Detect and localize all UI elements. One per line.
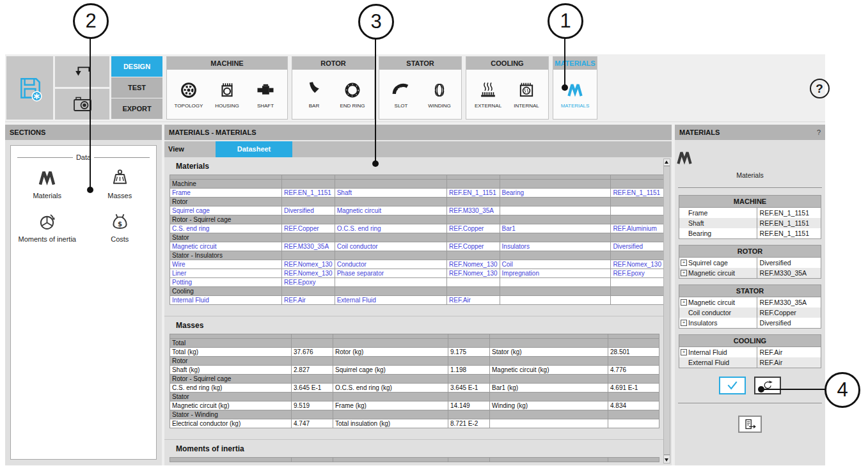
ribbon-button-winding[interactable]: WINDING bbox=[421, 81, 458, 109]
table-row: Cooling bbox=[170, 287, 664, 296]
expand-icon[interactable]: + bbox=[681, 349, 687, 355]
cell-value[interactable]: REF.Epoxy bbox=[611, 269, 664, 278]
tab-export[interactable]: EXPORT bbox=[111, 98, 162, 119]
cell-label[interactable]: Bar1 bbox=[500, 224, 611, 233]
cell-value[interactable]: REF.Copper bbox=[446, 224, 500, 233]
panel-table-title: STATOR bbox=[679, 285, 821, 297]
cell-label[interactable]: Insulators bbox=[500, 242, 611, 251]
materials-panel-header: MATERIALS ? bbox=[675, 125, 825, 140]
ribbon-button-bar[interactable]: BAR bbox=[296, 81, 333, 109]
snapshot-button[interactable] bbox=[55, 89, 109, 120]
ribbon-button-end-ring[interactable]: END RING bbox=[334, 81, 371, 109]
tab-design[interactable]: DESIGN bbox=[111, 56, 162, 77]
tab-datasheet[interactable]: Datasheet bbox=[216, 141, 292, 157]
ribbon-button-internal[interactable]: INTERNAL bbox=[508, 81, 545, 109]
ribbon-button-housing[interactable]: HOUSING bbox=[209, 81, 246, 109]
restore-button[interactable] bbox=[754, 377, 781, 394]
table-row: PottingREF.Epoxy bbox=[170, 278, 664, 287]
cell-value[interactable]: REF.Nomex_130 bbox=[611, 260, 664, 269]
panel-row-value: REF.EN_1_1151 bbox=[757, 218, 821, 228]
inertia-icon bbox=[36, 211, 58, 232]
callout-2: 2 bbox=[73, 3, 109, 39]
scrollbar[interactable] bbox=[663, 159, 670, 463]
cell-value[interactable]: REF.Aluminium bbox=[611, 224, 664, 233]
apply-button[interactable] bbox=[719, 377, 746, 394]
cell-value[interactable]: REF.Air bbox=[282, 296, 335, 305]
cell-label[interactable]: Squirrel cage bbox=[170, 206, 282, 215]
save-icon bbox=[17, 75, 43, 102]
sections-item-moments-of-inertia[interactable]: Moments of inertia bbox=[13, 211, 81, 243]
panel-row-external-fluid: External FluidREF.Air bbox=[679, 357, 821, 368]
cell-value[interactable]: REF.M330_35A bbox=[446, 206, 500, 215]
cell-label[interactable]: Wire bbox=[170, 260, 282, 269]
sections-item-masses[interactable]: Masses bbox=[86, 167, 154, 199]
undo-button[interactable] bbox=[55, 56, 109, 87]
cell-value[interactable]: Diversified bbox=[611, 242, 664, 251]
cell-label[interactable]: O.C.S. end ring bbox=[335, 224, 446, 233]
callout-dot-4 bbox=[758, 386, 764, 393]
ribbon-button-external[interactable]: EXTERNAL bbox=[470, 81, 507, 109]
cell-value[interactable]: REF.Copper bbox=[282, 224, 335, 233]
panel-help-icon[interactable]: ? bbox=[817, 125, 821, 140]
cell-label[interactable]: Conductor bbox=[335, 260, 446, 269]
export-button[interactable] bbox=[738, 416, 762, 433]
cell-label[interactable]: Internal Fluid bbox=[170, 296, 282, 305]
cell-value[interactable]: REF.Nomex_130 bbox=[282, 269, 335, 278]
scroll-down-arrow[interactable] bbox=[665, 458, 668, 462]
slot-icon bbox=[391, 81, 411, 100]
scroll-up-arrow[interactable] bbox=[665, 160, 668, 164]
ribbon-button-shaft[interactable]: SHAFT bbox=[247, 81, 284, 109]
cell-label[interactable]: Magnetic circuit bbox=[335, 206, 446, 215]
callout-line-3 bbox=[375, 39, 376, 164]
help-button[interactable]: ? bbox=[809, 77, 830, 99]
cell-value[interactable]: REF.Nomex_130 bbox=[446, 269, 500, 278]
cell-value[interactable]: REF.EN_1_1151 bbox=[446, 189, 500, 198]
cell-label[interactable]: Liner bbox=[170, 269, 282, 278]
sections-item-materials[interactable]: Materials bbox=[13, 167, 81, 199]
sections-item-costs[interactable]: $Costs bbox=[86, 211, 154, 243]
panel-row-label: Internal Fluid bbox=[688, 348, 727, 356]
cell-label[interactable]: Impregnation bbox=[500, 269, 611, 278]
ribbon-group-title: ROTOR bbox=[292, 57, 374, 70]
cell-value[interactable]: REF.EN_1_1151 bbox=[611, 189, 664, 198]
tab-view[interactable]: View bbox=[164, 141, 216, 157]
cell-value[interactable]: REF.Epoxy bbox=[282, 278, 335, 287]
save-button[interactable] bbox=[6, 56, 53, 120]
cell-label: Stator (kg) bbox=[490, 348, 608, 357]
cell-label: Magnetic circuit (kg) bbox=[490, 366, 608, 375]
ribbon-group-stator: STATORSLOTWINDING bbox=[379, 56, 462, 120]
expand-icon[interactable]: + bbox=[681, 299, 687, 306]
cell-value[interactable]: REF.Nomex_130 bbox=[282, 260, 335, 269]
cell-label[interactable]: Frame bbox=[170, 189, 282, 198]
tab-test[interactable]: TEST bbox=[111, 77, 162, 98]
cell-value[interactable]: REF.EN_1_1151 bbox=[282, 189, 335, 198]
expand-icon[interactable]: + bbox=[681, 260, 687, 266]
ribbon-button-materials[interactable]: MATERIALS bbox=[556, 81, 594, 109]
sections-panel: SECTIONS Data MaterialsMassesMoments of … bbox=[5, 125, 162, 465]
cell-value: 37.676 bbox=[292, 348, 333, 357]
cell-label[interactable]: Coil conductor bbox=[335, 242, 446, 251]
cell-label[interactable]: Coil bbox=[500, 260, 611, 269]
expand-icon[interactable]: + bbox=[681, 320, 687, 326]
scrollbar-thumb[interactable] bbox=[664, 166, 670, 455]
cell-value: 4.691 E-1 bbox=[608, 384, 659, 393]
cell-label[interactable]: Potting bbox=[170, 278, 282, 287]
cell-value[interactable]: Diversified bbox=[282, 206, 335, 215]
ribbon-button-topology[interactable]: TOPOLOGY bbox=[170, 81, 207, 109]
cell-value[interactable]: REF.Copper bbox=[446, 242, 500, 251]
panel-row-value: REF.Air bbox=[757, 347, 821, 357]
expand-icon[interactable]: + bbox=[681, 270, 687, 276]
cell-label[interactable]: Phase separator bbox=[335, 269, 446, 278]
cell-label[interactable]: Shaft bbox=[335, 189, 446, 198]
cell-value[interactable]: REF.Air bbox=[446, 296, 500, 305]
cell-value[interactable]: REF.M330_35A bbox=[282, 242, 335, 251]
cell-label[interactable]: Magnetic circuit bbox=[170, 242, 282, 251]
panel-actions bbox=[675, 377, 825, 394]
panel-row-label: External Fluid bbox=[688, 359, 729, 366]
cell-label[interactable]: Bearing bbox=[500, 189, 611, 198]
cell-label[interactable]: C.S. end ring bbox=[170, 224, 282, 233]
cell-label: Winding (kg) bbox=[490, 401, 608, 410]
cell-label[interactable]: External Fluid bbox=[335, 296, 446, 305]
cell-value[interactable]: REF.Nomex_130 bbox=[446, 260, 500, 269]
ribbon-button-slot[interactable]: SLOT bbox=[383, 81, 420, 109]
